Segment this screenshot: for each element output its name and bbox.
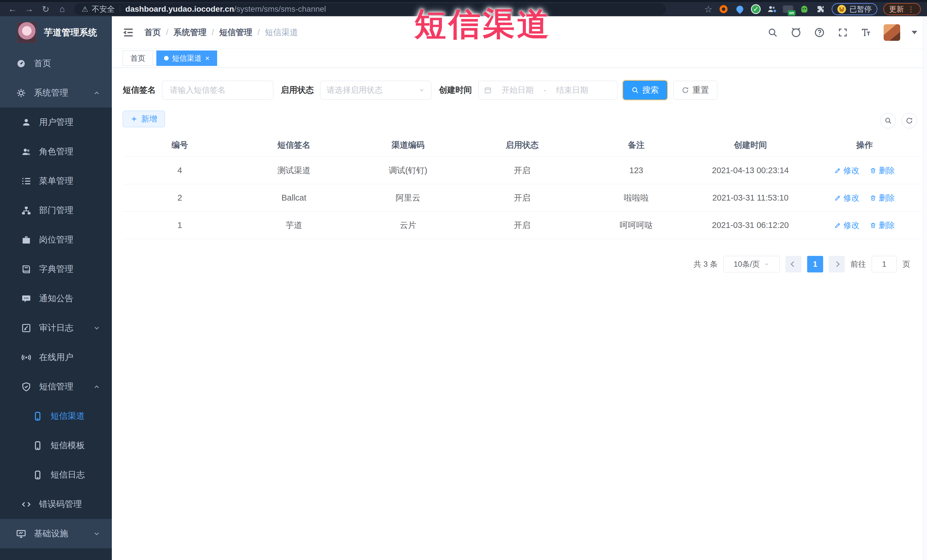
delete-link[interactable]: 删除 [870, 220, 895, 231]
cell-remark: 123 [579, 166, 693, 175]
cell-status: 开启 [465, 220, 579, 231]
breadcrumb-system[interactable]: 系统管理 [173, 27, 207, 38]
delete-icon [870, 167, 877, 174]
status-select[interactable]: 请选择启用状态 [320, 81, 432, 100]
delete-link[interactable]: 删除 [870, 193, 895, 203]
sidebar-item-audit-log[interactable]: 审计日志 [0, 313, 112, 343]
avatar-caret-icon[interactable] [912, 31, 917, 34]
page-unit-label: 页 [903, 259, 910, 269]
search-icon [884, 117, 892, 124]
sidebar-item-infrastructure[interactable]: 基础设施 [0, 519, 112, 548]
chevron-down-icon [419, 87, 425, 93]
col-header-code: 渠道编码 [351, 140, 465, 151]
sidebar-item-home[interactable]: 首页 [0, 49, 112, 78]
breadcrumb-home[interactable]: 首页 [144, 27, 161, 38]
browser-reload-icon[interactable]: ↻ [40, 3, 52, 15]
tab-sms-channel[interactable]: 短信渠道 × [157, 50, 217, 66]
app-logo-row[interactable]: 芋道管理系统 [0, 16, 112, 49]
status-label: 启用状态 [281, 85, 314, 96]
cell-created: 2021-03-31 06:12:20 [693, 220, 807, 230]
sidebar-item-menus[interactable]: 菜单管理 [0, 166, 112, 196]
sidebar-item-sms[interactable]: 短信管理 [0, 372, 112, 401]
table-row: 1 芋道 云片 开启 呵呵呵哒 2021-03-31 06:12:20 修改 删… [123, 212, 922, 239]
online-user-icon [21, 352, 31, 363]
extension-pin-icon[interactable] [735, 4, 745, 14]
sidebar-item-sms-channel[interactable]: 短信渠道 [0, 401, 112, 431]
search-button[interactable]: 搜索 [623, 81, 667, 100]
fullscreen-icon[interactable] [837, 27, 849, 38]
paused-profile-chip[interactable]: 已暂停 [832, 3, 877, 15]
extensions-puzzle-icon[interactable] [815, 4, 826, 14]
prev-page-button[interactable] [786, 256, 801, 272]
page-scrollbar[interactable] [923, 16, 927, 560]
cell-id: 1 [123, 220, 237, 230]
toggle-search-button[interactable] [880, 113, 896, 128]
font-size-icon[interactable] [860, 27, 872, 38]
reset-button[interactable]: 重置 [673, 81, 717, 100]
address-bar[interactable]: ⚠ 不安全 dashboard.yudao.iocoder.cn /system… [74, 3, 666, 15]
cell-id: 4 [123, 166, 237, 175]
kebab-menu-icon[interactable]: ⋮ [907, 5, 915, 14]
delete-link[interactable]: 删除 [870, 165, 895, 176]
sign-input[interactable] [162, 81, 274, 100]
time-label: 创建时间 [439, 85, 472, 96]
close-icon[interactable]: × [205, 55, 210, 62]
tab-home[interactable]: 首页 [123, 50, 153, 66]
bookmark-star-icon[interactable]: ☆ [704, 4, 713, 15]
next-page-button[interactable] [829, 256, 845, 272]
breadcrumb: 首页 / 系统管理 / 短信管理 / 短信渠道 [144, 27, 298, 38]
goto-page-input[interactable] [872, 256, 897, 272]
edit-link[interactable]: 修改 [834, 193, 859, 203]
breadcrumb-sms[interactable]: 短信管理 [219, 27, 252, 38]
header-search-icon[interactable] [767, 27, 779, 38]
edit-link[interactable]: 修改 [834, 165, 859, 176]
goto-label: 前往 [851, 259, 866, 269]
extension-people-icon[interactable] [767, 4, 777, 14]
browser-back-icon[interactable]: ← [6, 3, 19, 15]
chevron-right-icon [834, 261, 840, 267]
extension-check-icon[interactable]: ✓ [751, 4, 761, 14]
edit-link[interactable]: 修改 [834, 220, 859, 231]
refresh-table-button[interactable] [902, 113, 917, 128]
gear-icon [16, 88, 26, 98]
help-icon[interactable] [813, 27, 825, 38]
sidebar-item-error-codes[interactable]: 错误码管理 [0, 490, 112, 519]
browser-forward-icon[interactable]: → [23, 3, 35, 15]
chevron-up-icon [93, 383, 100, 390]
cell-code: 云片 [351, 220, 465, 231]
sidebar-item-dictionary[interactable]: 字典管理 [0, 255, 112, 284]
sidebar-item-roles[interactable]: 角色管理 [0, 137, 112, 166]
user-avatar[interactable] [884, 24, 900, 41]
sign-label: 短信签名 [123, 85, 156, 96]
sidebar-item-departments[interactable]: 部门管理 [0, 196, 112, 225]
browser-update-menu[interactable]: 更新 ⋮ [883, 3, 921, 15]
app-title: 芋道管理系统 [44, 27, 97, 38]
extension-orange-icon[interactable] [719, 4, 729, 14]
menu-list-icon [21, 176, 31, 186]
github-icon[interactable] [790, 27, 802, 38]
extension-alien-icon[interactable] [799, 4, 810, 14]
current-page[interactable]: 1 [807, 256, 823, 272]
security-label[interactable]: 不安全 [91, 4, 115, 14]
sidebar-item-sms-template[interactable]: 短信模板 [0, 431, 112, 460]
sidebar-item-posts[interactable]: 岗位管理 [0, 225, 112, 255]
add-button[interactable]: 新增 [123, 111, 165, 127]
sidebar-item-online-users[interactable]: 在线用户 [0, 343, 112, 372]
browser-home-icon[interactable]: ⌂ [56, 3, 68, 15]
sidebar-item-announcements[interactable]: 通知公告 [0, 284, 112, 313]
col-header-id: 编号 [123, 140, 237, 151]
search-form: 短信签名 启用状态 请选择启用状态 创建时间 开始日期 - 结束日期 搜索 重置 [123, 80, 717, 100]
sidebar-item-users[interactable]: 用户管理 [0, 108, 112, 137]
sidebar-item-system[interactable]: 系统管理 [0, 78, 112, 108]
breadcrumb-current: 短信渠道 [265, 27, 298, 38]
active-tab-dot [164, 56, 169, 61]
calendar-icon [484, 87, 492, 94]
extension-keyboard-icon[interactable]: on [783, 4, 793, 14]
chevron-down-icon [93, 324, 100, 332]
sidebar-item-sms-log[interactable]: 短信日志 [0, 460, 112, 490]
page-size-select[interactable]: 10条/页 [723, 256, 780, 272]
sidebar-collapse-icon[interactable] [122, 26, 135, 39]
user-icon [21, 117, 31, 127]
col-header-sign: 短信签名 [237, 140, 351, 151]
date-range-picker[interactable]: 开始日期 - 结束日期 [478, 81, 617, 100]
